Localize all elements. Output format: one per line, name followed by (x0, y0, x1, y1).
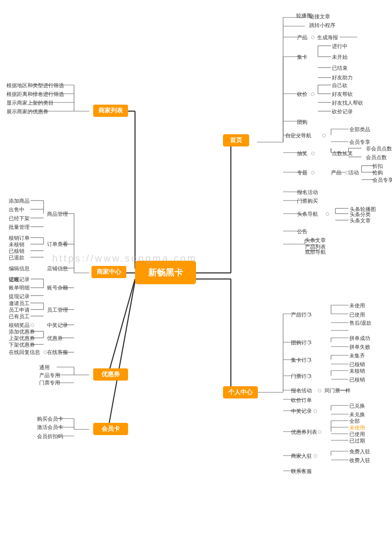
pilianggul: 批量管理 (9, 224, 30, 231)
membercard-node: 会员卡 (93, 423, 128, 435)
kanjiajilu: 砍价记录 (332, 108, 353, 116)
feihuiyuandianshu: 非会员点数 (366, 145, 392, 153)
xianshishangjia: 显示商家上架的类目 (7, 99, 54, 107)
zidingyi-node: 自定义导航 (285, 132, 311, 140)
yiguoqi-yhq: 已过期 (349, 437, 365, 445)
circle-tg-dd (307, 341, 310, 344)
center-node: 新畅黑卡 (135, 261, 196, 284)
xiajia-yhq: 下架优惠券 (9, 341, 35, 349)
zhuanti-node: 专题 (297, 169, 308, 177)
chanpin-zhuanti: 产品 (331, 169, 341, 177)
zhongjiang-jilu: 中奖记录 (291, 408, 312, 415)
circle-sj-rz (314, 454, 317, 458)
tianjiashangpin: 添加商品 (9, 197, 30, 205)
youhuiquan-list: 优惠券列表 (291, 429, 317, 436)
menpiaozhuanyong: 门票专用 (39, 379, 60, 387)
personal-center-node: 个人中心 (223, 386, 258, 398)
youyoubankan: 好友帮砍 (332, 91, 353, 98)
svg-line-5 (108, 279, 135, 375)
circle-chanpin (311, 36, 314, 39)
circle-zj-jl (314, 409, 317, 413)
qianggou-node: 抢购 (372, 169, 383, 177)
circle-zaixian (44, 350, 47, 354)
merchant-center-label: 商家中心 (97, 268, 121, 276)
youyuangong: 已有员工 (9, 313, 30, 320)
shoufei-ruzhu: 收费入驻 (349, 457, 370, 464)
toutiao-daohang: 头条导航 (297, 211, 318, 218)
circle-toutiao (326, 212, 329, 216)
merchant-center-node: 商家中心 (91, 266, 126, 278)
genjujulixpm: 根据距离和排名进行筛选 (7, 91, 64, 98)
shangpin-guanli: 商品管理 (47, 211, 68, 218)
yijingxiaj: 已经下架 (9, 215, 30, 222)
pinshibai: 拼单失败 (349, 344, 370, 351)
yuangong-guanli: 员工管理 (47, 306, 68, 314)
chanpin-homepage: 产品 (297, 34, 308, 41)
baoming-node: 报名活动 (297, 189, 318, 196)
homepage-node: 首页 (223, 134, 249, 146)
shengchenghb: 生成海报 (317, 34, 338, 41)
zhangshumingxi: 账单明细 (9, 284, 30, 292)
bianjixinxi: 编辑信息 (9, 265, 30, 272)
zijikan: 自己砍 (332, 82, 348, 89)
mindmap-container: 新畅黑卡 https://www.songma.com 首页 轮播图 链接文章 … (0, 0, 392, 541)
shouhoututkuan: 售后/退款 (349, 320, 372, 327)
dianpu-xinxi: 店铺信息 (47, 265, 68, 272)
zhanghao-yue: 账号余额 (47, 284, 68, 292)
merchant-list-label: 商家列表 (98, 107, 123, 115)
circle-bm (318, 389, 321, 392)
tongyong-coupon: 通用 (39, 364, 50, 371)
shangjia-ruzhu: 商家入驻 (291, 453, 312, 460)
kanjia-dd: 砍价订单 (291, 397, 312, 404)
coupon-label: 优惠券 (101, 371, 120, 378)
jinxingzhong: 进行中 (332, 43, 348, 50)
weihexiao-mp: 未核销 (349, 367, 365, 375)
goumai-hy: 购买会员卡 (37, 415, 63, 423)
yituikuan: 已退款 (9, 254, 24, 262)
merchant-list-node: 商家列表 (93, 105, 128, 117)
svg-line-6 (108, 281, 135, 429)
huiyuanzxkgj: 会员专享（开关按钮） (372, 177, 392, 184)
jika-node: 集卡 (297, 54, 308, 61)
kanjia-node: 砍价 (297, 91, 308, 98)
yiduhuan: 已兑换 (349, 402, 365, 410)
center-label: 新畅黑卡 (148, 267, 183, 279)
huodong-zhuanti: 活动 (348, 169, 359, 177)
circle-choujiang (311, 152, 314, 155)
jihuo-hy: 激活会员卡 (37, 424, 63, 431)
zhekou-hy: 会员折扣码 (37, 433, 63, 440)
menpiao-node: 门票购买 (297, 197, 318, 205)
baoming-pc: 报名活动 (291, 387, 312, 395)
lianjie-node: 链接文章 (309, 13, 330, 20)
tuangou-node: 团购 (297, 119, 308, 126)
lianxi-kefu: 联系客服 (291, 468, 312, 475)
tongyipiaoyiyang: 同门票一样 (324, 387, 351, 395)
coupon-node: 优惠券 (93, 368, 128, 381)
circle-yhq-list (318, 430, 321, 434)
tiaozhuan-node: 跳转小程序 (309, 22, 335, 29)
homepage-label: 首页 (230, 136, 242, 144)
dianshu-choujiang: 点数抽奖 (332, 150, 353, 157)
jizhangjilu: 记账记录 (9, 276, 30, 283)
circle-zhuanti (311, 171, 314, 174)
pinchenggong: 拼单成功 (349, 335, 370, 342)
circle-hexiao (30, 323, 34, 327)
circle-dianshu (346, 152, 349, 155)
huiyuandianshu: 会员点数 (366, 154, 387, 161)
yishiyong: 已使用 (349, 311, 365, 319)
zaixian-kefu: 在线客服 (47, 349, 68, 356)
genjudiqujlx: 根据地区和类型进行筛选 (7, 82, 64, 89)
circle-cp-dd (307, 313, 310, 316)
circle-jk-dd (307, 358, 310, 362)
youyuzhaokan: 好友找人帮砍 (332, 99, 363, 107)
dingdan-chakan: 订单查看 (47, 241, 68, 248)
zhangshanyouhui: 展示商家的优惠券 (7, 108, 48, 116)
gonggao-node: 公告 (297, 228, 308, 235)
toutiao-wenzhang: 头条文章 (350, 217, 371, 225)
yihexiao-mp: 已核销 (349, 376, 365, 384)
mianzhe-ruzhu: 免费入驻 (349, 448, 370, 456)
zhongjiangjilu-mc: 中奖记录 (47, 322, 68, 329)
dibunavigration: 底部导航 (305, 248, 326, 256)
weijiqi: 未集齐 (349, 352, 365, 360)
tixianjilu: 提现记录 (9, 293, 30, 300)
